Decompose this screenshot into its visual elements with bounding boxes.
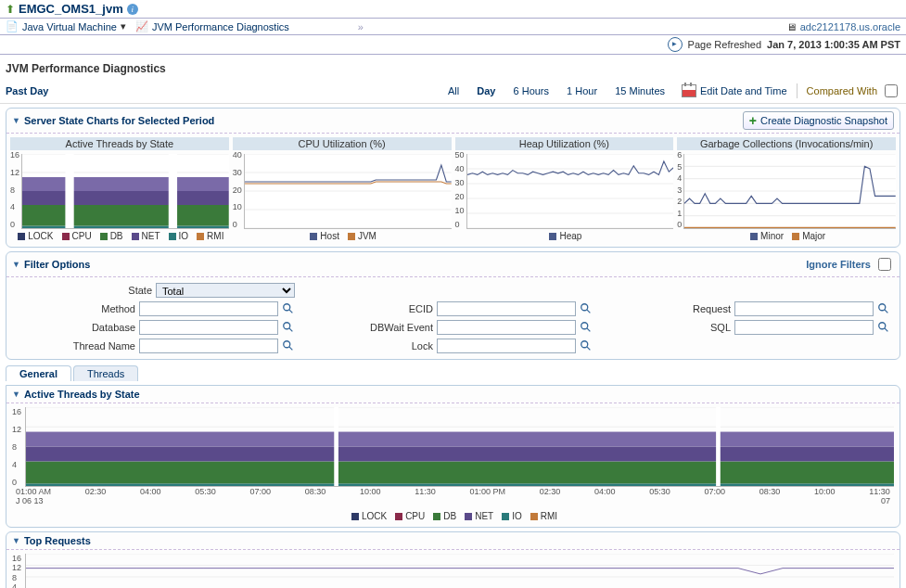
active-threads-chart [25, 407, 894, 487]
server-icon: 🖥 [786, 21, 797, 32]
range-all[interactable]: All [448, 85, 459, 96]
svg-rect-36 [26, 483, 894, 486]
server-state-title: Server State Charts for Selected Period [24, 115, 214, 126]
small-chart [683, 154, 896, 229]
method-label: Method [101, 303, 135, 314]
refresh-label: Page Refreshed [688, 39, 762, 50]
svg-rect-7 [22, 226, 229, 229]
svg-rect-9 [22, 191, 229, 205]
xlabel-start: J 06 13 [16, 496, 44, 505]
compared-with-label: Compared With [807, 85, 877, 96]
dbwait-input[interactable] [437, 320, 576, 335]
chart-title: Heap Utilization (%) [455, 137, 674, 150]
ignore-filters-checkbox[interactable] [878, 258, 891, 271]
server-name[interactable]: adc2121178.us.oracle [800, 21, 900, 32]
range-15m[interactable]: 15 Minutes [615, 85, 665, 96]
svg-rect-10 [22, 177, 229, 191]
create-snapshot-button[interactable]: + Create Diagnostic Snapshot [743, 111, 894, 130]
edit-date-time[interactable]: Edit Date and Time [682, 84, 787, 97]
info-icon[interactable]: i [127, 4, 138, 15]
refresh-time: Jan 7, 2013 1:00:35 AM PST [767, 39, 900, 50]
search-icon[interactable] [282, 321, 295, 334]
collapse-icon[interactable]: ▼ [12, 116, 20, 125]
vm-icon: 📄 [6, 20, 19, 32]
range-1h[interactable]: 1 Hour [567, 85, 597, 96]
search-icon[interactable] [580, 321, 593, 334]
home-icon[interactable]: ⬆ [6, 3, 15, 16]
sql-label: SQL [710, 322, 731, 333]
search-icon[interactable] [877, 302, 890, 315]
perf-icon: 📈 [135, 20, 148, 32]
breadcrumb-sep: ▾ [121, 20, 126, 32]
top-requests-title: Top Requests [24, 535, 91, 546]
compared-with-checkbox[interactable] [885, 84, 898, 97]
calendar-icon [682, 84, 696, 97]
chart-title: Garbage Collections (Invocations/min) [677, 137, 896, 150]
svg-rect-8 [22, 205, 229, 226]
collapse-icon[interactable]: ▼ [12, 536, 20, 545]
refresh-icon[interactable] [668, 37, 683, 52]
tab-threads[interactable]: Threads [73, 365, 138, 381]
svg-rect-41 [716, 407, 721, 486]
small-chart [466, 154, 674, 229]
plus-icon: + [749, 113, 757, 128]
ecid-label: ECID [409, 303, 433, 314]
svg-rect-11 [65, 154, 73, 228]
state-select[interactable]: Total [156, 283, 295, 298]
request-label: Request [693, 303, 731, 314]
svg-rect-39 [26, 432, 894, 447]
lock-input[interactable] [437, 339, 576, 353]
state-label: State [128, 285, 152, 296]
svg-rect-38 [26, 447, 894, 462]
search-icon[interactable] [877, 321, 890, 334]
xlabel-end: 07 [881, 496, 890, 505]
range-6h[interactable]: 6 Hours [514, 85, 550, 96]
thread-input[interactable] [139, 339, 278, 353]
ecid-input[interactable] [437, 301, 576, 316]
collapse-icon[interactable]: ▼ [12, 390, 20, 399]
breadcrumb-more[interactable]: » [358, 21, 364, 32]
active-threads-title: Active Threads by State [24, 389, 140, 400]
period-label: Past Day [6, 85, 48, 96]
top-requests-chart [25, 554, 894, 588]
small-chart [21, 154, 229, 229]
range-day[interactable]: Day [477, 85, 495, 96]
lock-label: Lock [412, 340, 433, 352]
breadcrumb-jvm[interactable]: Java Virtual Machine [22, 21, 117, 32]
sql-input[interactable] [734, 320, 874, 335]
search-icon[interactable] [580, 302, 593, 315]
database-input[interactable] [139, 320, 278, 335]
search-icon[interactable] [580, 339, 593, 352]
small-chart [244, 154, 452, 229]
database-label: Database [92, 322, 135, 333]
svg-rect-37 [26, 461, 894, 483]
search-icon[interactable] [282, 339, 295, 352]
dbwait-label: DBWait Event [370, 322, 433, 333]
breadcrumb-perf[interactable]: JVM Performance Diagnostics [152, 21, 289, 32]
search-icon[interactable] [282, 302, 295, 315]
thread-label: Thread Name [73, 340, 135, 352]
ignore-filters-label: Ignore Filters [806, 259, 871, 270]
svg-rect-40 [334, 407, 338, 486]
method-input[interactable] [139, 301, 278, 316]
filter-title: Filter Options [24, 259, 91, 270]
svg-rect-12 [169, 154, 177, 228]
request-input[interactable] [734, 301, 874, 316]
collapse-icon[interactable]: ▼ [12, 260, 20, 269]
page-title: JVM Performance Diagnostics [0, 55, 906, 79]
chart-title: CPU Utilization (%) [233, 137, 452, 150]
page-target-title[interactable]: EMGC_OMS1_jvm [19, 2, 123, 16]
tab-general[interactable]: General [6, 365, 71, 381]
chart-title: Active Threads by State [10, 137, 229, 150]
